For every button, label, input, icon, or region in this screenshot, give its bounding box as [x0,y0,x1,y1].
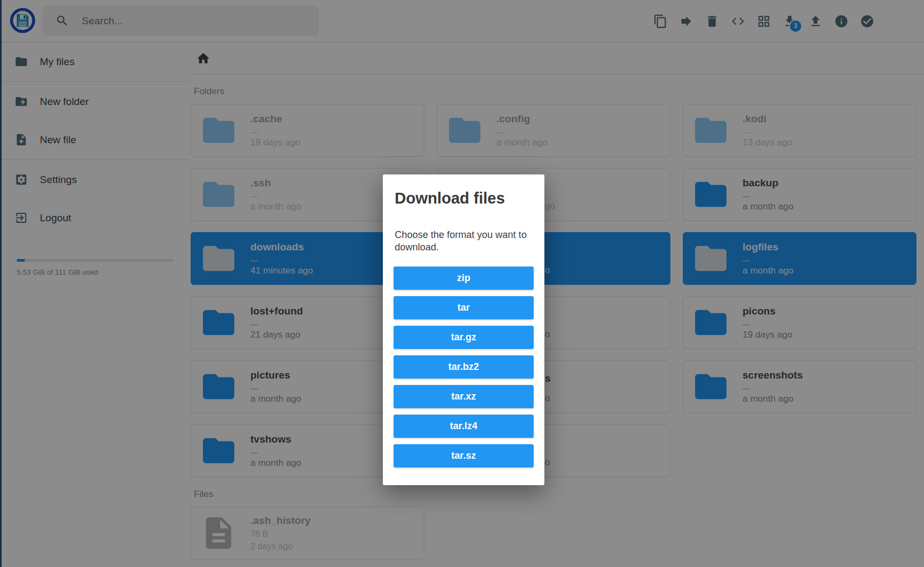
format-button-tar-xz[interactable]: tar.xz [394,385,534,408]
format-button-tar-lz4[interactable]: tar.lz4 [394,415,534,438]
download-files-modal: Download files Choose the format you wan… [383,174,544,485]
modal-title: Download files [395,190,534,207]
format-button-tar-gz[interactable]: tar.gz [394,326,534,349]
format-button-zip[interactable]: zip [394,267,534,290]
format-button-tar[interactable]: tar [394,296,534,319]
format-button-tar-bz2[interactable]: tar.bz2 [394,355,534,379]
modal-description: Choose the format you want to download. [395,229,529,254]
filebrowser-app: 3 My files New folder New file [0,0,924,567]
format-button-tar-sz[interactable]: tar.sz [394,444,534,467]
